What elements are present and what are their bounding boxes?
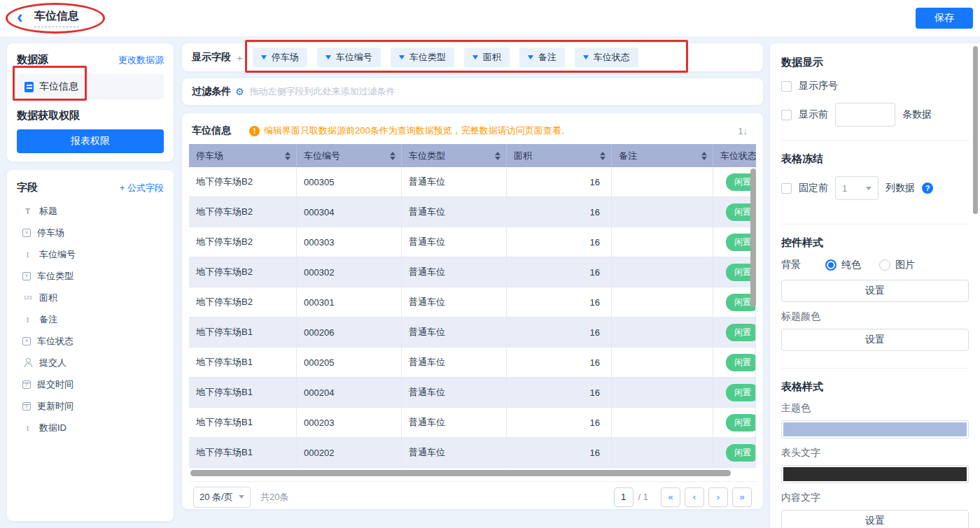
sort-asc-icon[interactable] [390,152,396,155]
field-item[interactable]: 车位编号 [17,243,164,265]
display-field-chip[interactable]: 车位类型 [391,48,454,67]
field-item[interactable]: 备注 [17,308,164,330]
table-cell: 地下停车场B1 [189,438,297,468]
table-cell: 000303 [297,227,402,257]
panel-scrollbar[interactable] [973,46,978,214]
display-field-chip[interactable]: 面积 [464,48,510,67]
column-header[interactable]: 车位编号 [297,144,402,167]
add-field-icon[interactable]: + [237,52,243,64]
vertical-scrollbar[interactable] [750,169,756,307]
table-cell: 闲置 [713,438,756,468]
row-count-input[interactable] [835,103,895,127]
sort-desc-icon[interactable] [285,157,290,160]
field-item[interactable]: 车位类型 [17,265,164,287]
field-item-label: 车位状态 [37,335,74,348]
show-first-checkbox[interactable] [781,110,792,120]
field-item[interactable]: 更新时间 [17,395,164,417]
freeze-checkbox[interactable] [781,183,792,194]
formula-field-link[interactable]: + 公式字段 [120,182,164,194]
table-row: 地下停车场B2000305普通车位16闲置 [189,167,756,197]
select-icon [22,229,31,237]
sort-desc-icon[interactable] [600,157,606,160]
column-header[interactable]: 车位类型 [402,144,507,167]
datasource-card: 数据源 更改数据源 车位信息 数据获取权限 报表权限 [7,43,174,162]
show-first-suffix: 条数据 [902,108,932,121]
table-row: 地下停车场B2000302普通车位16闲置 [189,257,756,287]
help-icon[interactable]: ? [922,183,933,194]
sort-desc-icon[interactable] [495,157,500,160]
prev-page-button[interactable]: ‹ [685,487,704,507]
change-datasource-link[interactable]: 更改数据源 [118,54,164,66]
column-header[interactable]: 备注 [612,144,713,167]
table-cell: 16 [507,348,612,378]
table-cell: 普通车位 [402,227,507,257]
sort-arrows-icon[interactable] [285,152,290,160]
sort-desc-icon[interactable] [390,157,396,160]
field-item[interactable]: 面积 [17,287,164,308]
filter-card[interactable]: 过滤条件 ⚙ 拖动左侧字段到此处来添加过滤条件 [182,78,763,105]
table-cell: 16 [507,408,612,438]
header-text-swatch[interactable] [781,465,969,483]
field-item[interactable]: 提交人 [17,352,164,373]
save-button[interactable]: 保存 [916,8,973,29]
display-field-chip[interactable]: 停车场 [253,48,307,67]
page-total-label: / 1 [638,492,648,502]
sort-arrows-icon[interactable] [600,152,606,160]
last-page-button[interactable]: » [732,487,752,507]
sort-arrows-icon[interactable] [701,152,707,160]
table-cell [612,197,713,227]
page-size-select[interactable]: 20 条/页 [193,487,251,508]
field-item[interactable]: 数据ID [17,417,164,438]
table-cell: 闲置 [713,197,756,227]
display-field-chip[interactable]: 车位状态 [575,48,638,67]
table-row: 地下停车场B1000205普通车位16闲置 [189,348,756,378]
table-header-row: 停车场车位编号车位类型面积备注车位状态 [189,144,756,167]
table-cell: 000205 [297,348,402,378]
column-header[interactable]: 面积 [507,144,612,167]
field-item-label: 提交时间 [37,378,74,391]
sort-desc-icon[interactable] [701,157,707,160]
display-field-chip[interactable]: 备注 [519,48,565,67]
table-cell: 地下停车场B2 [189,197,297,227]
back-icon[interactable]: ‹ [17,8,23,25]
input-icon [22,249,33,259]
warning-icon: ! [249,126,260,136]
horizontal-scrollbar-thumb[interactable] [190,470,731,476]
field-item[interactable]: 车位状态 [17,330,164,352]
horizontal-scrollbar[interactable] [189,470,756,476]
show-index-checkbox[interactable] [781,81,792,92]
sort-order-icon[interactable]: 1↓ [738,126,748,136]
display-field-chip[interactable]: 车位编号 [317,48,381,67]
report-permission-button[interactable]: 报表权限 [17,129,164,153]
theme-color-swatch[interactable] [781,420,969,438]
field-item-label: 提交人 [39,357,66,369]
sort-arrows-icon[interactable] [390,152,396,160]
caret-down-icon [583,55,589,59]
field-item[interactable]: 标题 [17,200,164,222]
sort-asc-icon[interactable] [285,152,290,155]
table-cell: 闲置 [713,378,756,408]
title-color-set-button[interactable]: 设置 [781,329,969,351]
field-item-label: 备注 [39,313,57,326]
next-page-button[interactable]: › [708,487,728,507]
sort-arrows-icon[interactable] [495,152,500,160]
sort-asc-icon[interactable] [495,152,500,155]
caret-down-icon [399,55,405,59]
background-set-button[interactable]: 设置 [781,280,969,302]
gear-icon[interactable]: ⚙ [235,86,244,97]
solid-color-radio[interactable] [825,259,836,271]
page-number-input[interactable]: 1 [614,487,634,507]
solid-color-label: 纯色 [841,259,861,271]
content-text-set-button[interactable]: 设置 [781,510,969,528]
column-header[interactable]: 车位状态 [713,144,756,167]
field-item[interactable]: 停车场 [17,222,164,243]
freeze-column-select[interactable]: 1 [835,176,878,200]
sort-asc-icon[interactable] [701,152,707,155]
image-radio[interactable] [879,259,890,271]
field-item[interactable]: 提交时间 [17,373,164,395]
first-page-button[interactable]: « [661,487,680,507]
chip-label: 面积 [483,51,501,64]
datasource-item[interactable]: 车位信息 [17,74,164,99]
column-header[interactable]: 停车场 [189,144,297,167]
sort-asc-icon[interactable] [600,152,606,155]
